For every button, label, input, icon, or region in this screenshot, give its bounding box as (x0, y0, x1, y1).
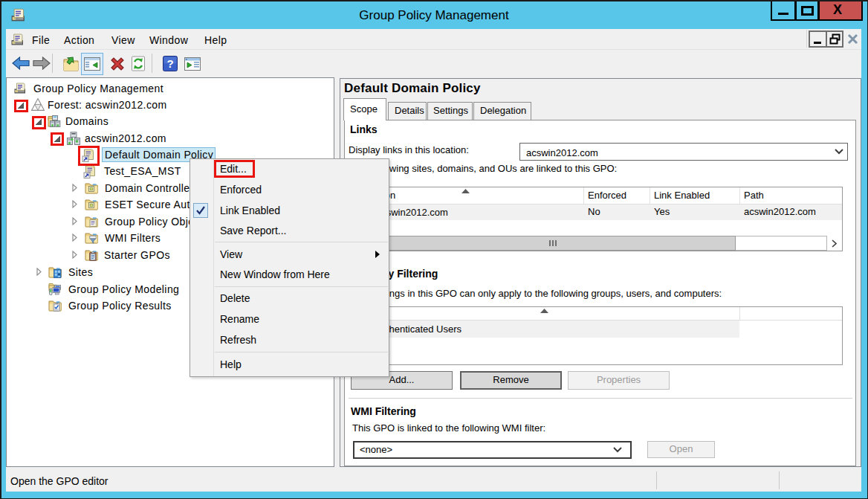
svg-text:?: ? (166, 57, 173, 70)
